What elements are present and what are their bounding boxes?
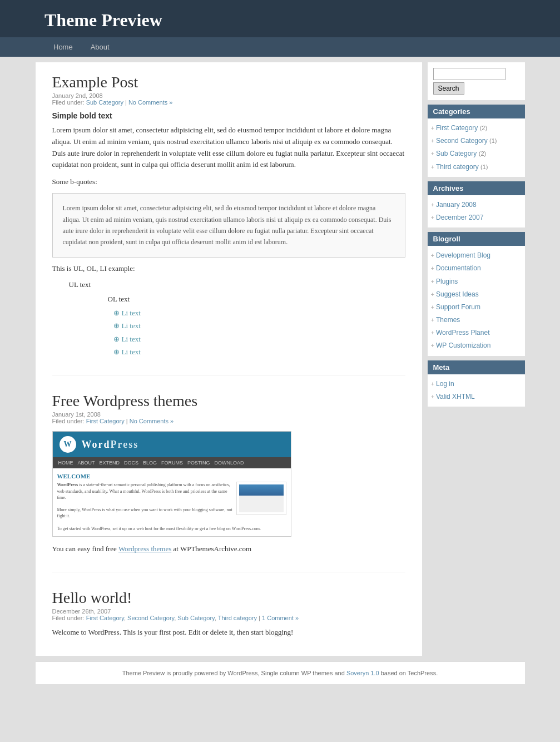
archives-list: January 2008 December 2007	[428, 195, 525, 227]
cat-count-sub: (2)	[479, 150, 486, 157]
post-title-link-example[interactable]: Example Post	[52, 73, 138, 91]
blogroll-title: Blogroll	[428, 232, 525, 246]
post-wordpress-themes: Free Wordpress themes January 1st, 2008 …	[52, 392, 405, 555]
post-title-wp: Free Wordpress themes	[52, 392, 405, 410]
wp-nav-posting: POSTING	[187, 460, 210, 466]
post-date-wp: January 1st, 2008	[52, 411, 101, 418]
categories-widget: Categories First Category (2) Second Cat…	[428, 105, 525, 177]
wp-nav-about: ABOUT	[78, 460, 95, 466]
site-title: Theme Preview	[44, 10, 516, 37]
wp-nav-extend: EXTEND	[100, 460, 120, 466]
blogroll-support: Support Forum	[428, 301, 525, 314]
blogroll-list: Development Blog Documentation Plugins S…	[428, 246, 525, 356]
blogroll-link-suggest[interactable]: Suggest Ideas	[436, 290, 479, 298]
post-meta-wp: January 1st, 2008 Filed under: First Cat…	[52, 411, 405, 424]
blogroll-suggest: Suggest Ideas	[428, 288, 525, 301]
post-date-hello: December 26th, 2007	[52, 608, 111, 615]
post-cat-second-hello[interactable]: Second Category	[127, 615, 174, 621]
li-item-3: ⊕Li text	[113, 333, 405, 345]
blogroll-docs: Documentation	[428, 262, 525, 275]
meta-title: Meta	[428, 360, 525, 374]
wp-header: W WordPress	[53, 432, 291, 457]
ul-list: UL text OL text	[69, 278, 405, 306]
post-title-link-wp[interactable]: Free Wordpress themes	[52, 392, 198, 409]
meta-link-xhtml[interactable]: Valid XHTML	[436, 393, 475, 400]
blogroll-link-wpcustom[interactable]: WP Customization	[436, 342, 490, 349]
post-body-hello: Welcome to WordPress. This is your first…	[52, 627, 405, 639]
list-label: This is UL, OL, LI example:	[52, 264, 405, 273]
blogroll-link-support[interactable]: Support Forum	[436, 303, 480, 311]
post-title-link-hello[interactable]: Hello world!	[52, 589, 132, 606]
nav-link-about[interactable]: About	[82, 37, 118, 57]
nav-link-home[interactable]: Home	[44, 37, 82, 57]
li-item-4: ⊕Li text	[113, 345, 405, 358]
wp-logo-circle: W	[60, 436, 76, 453]
wp-nav-docs: DOCS	[124, 460, 138, 466]
wp-logo-text: WordPress	[82, 439, 139, 451]
post-cat-first-hello[interactable]: First Category	[86, 615, 124, 621]
post-title-hello: Hello world!	[52, 589, 405, 607]
footer-text2: based on TechPress.	[381, 670, 438, 676]
wp-nav-home: HOME	[58, 460, 73, 466]
wp-welcome-heading: WELCOME	[57, 473, 286, 479]
post-example: Example Post January 2nd, 2008 Filed und…	[52, 73, 405, 358]
ol-item: OL text	[108, 292, 405, 306]
search-input[interactable]	[433, 68, 506, 80]
blogroll-link-themes[interactable]: Themes	[436, 316, 460, 324]
blogroll-link-wpplanet[interactable]: WordPress Planet	[436, 329, 490, 337]
blogroll-link-plugins[interactable]: Plugins	[436, 278, 458, 285]
wp-theme-img	[239, 484, 284, 512]
main-content: Example Post January 2nd, 2008 Filed und…	[36, 62, 422, 656]
post-divider-2	[52, 572, 405, 572]
wp-content-area: WELCOME WordPress is a state-of-the-art …	[53, 468, 291, 536]
post-meta-hello: December 26th, 2007 Filed under: First C…	[52, 608, 405, 621]
post-bold-heading: Simple bold text	[52, 111, 405, 120]
cat-link-second[interactable]: Second Category	[436, 137, 488, 145]
wordpress-themes-link[interactable]: Wordpress themes	[118, 545, 171, 553]
cat-count-first: (2)	[480, 125, 487, 131]
categories-list: First Category (2) Second Category (1) S…	[428, 118, 525, 177]
nav-item-about[interactable]: About	[82, 37, 118, 57]
blogroll-devblog: Development Blog	[428, 249, 525, 262]
main-wrapper: Example Post January 2nd, 2008 Filed und…	[36, 57, 525, 661]
post-category-sub[interactable]: Sub Category	[86, 99, 123, 106]
footer-theme-link[interactable]: Soveryn 1.0	[346, 670, 379, 676]
wp-nav-bar: HOME ABOUT EXTEND DOCS BLOG FORUMS POSTI…	[53, 457, 291, 468]
ol-list: OL text	[108, 292, 405, 306]
wp-nav-forums: FORUMS	[161, 460, 183, 466]
archive-link-dec[interactable]: December 2007	[436, 214, 483, 221]
li-items: ⊕Li text ⊕Li text ⊕Li text ⊕Li text	[113, 306, 405, 359]
sidebar: Search Categories First Category (2) Sec…	[428, 62, 525, 656]
post-meta-example: January 2nd, 2008 Filed under: Sub Categ…	[52, 92, 405, 106]
wp-nav-download: DOWNLOAD	[215, 460, 244, 466]
navigation: Home About	[0, 37, 560, 57]
nav-item-home[interactable]: Home	[44, 37, 82, 57]
search-button[interactable]: Search	[433, 82, 464, 95]
post-category-first[interactable]: First Category	[86, 418, 125, 424]
meta-link-login[interactable]: Log in	[436, 380, 454, 388]
cat-second: Second Category (1)	[428, 135, 525, 147]
cat-link-sub[interactable]: Sub Category	[436, 150, 477, 157]
post-title-example: Example Post	[52, 73, 405, 91]
post-filed-label: Filed under:	[52, 99, 85, 106]
archive-link-jan[interactable]: January 2008	[436, 201, 477, 209]
blogroll-link-devblog[interactable]: Development Blog	[436, 251, 490, 259]
post-comments-link[interactable]: No Comments »	[128, 99, 172, 106]
wp-theme-box	[236, 482, 286, 515]
post-comment-hello[interactable]: 1 Comment »	[262, 615, 299, 621]
wp-nav-blog: BLOG	[143, 460, 157, 466]
cat-sub: Sub Category (2)	[428, 147, 525, 160]
wordpress-screenshot: W WordPress HOME ABOUT EXTEND DOCS BLOG …	[52, 431, 291, 537]
post-cat-sub-hello[interactable]: Sub Category	[177, 615, 214, 621]
cat-link-first[interactable]: First Category	[436, 124, 478, 132]
cat-first: First Category (2)	[428, 122, 525, 135]
post-cat-third-hello[interactable]: Third category	[218, 615, 257, 621]
blogroll-link-docs[interactable]: Documentation	[436, 264, 481, 272]
blogroll-wpcustom: WP Customization	[428, 339, 525, 352]
cat-link-third[interactable]: Third category	[436, 163, 479, 171]
post-nocomments-wp[interactable]: No Comments »	[130, 418, 174, 424]
li-item-2: ⊕Li text	[113, 319, 405, 332]
post-text-wp: You can easy find free Wordpress themes …	[52, 543, 405, 555]
post-divider-1	[52, 375, 405, 375]
blockquote: Lorem ipsum dolor sit amet, consectetur …	[52, 193, 405, 258]
